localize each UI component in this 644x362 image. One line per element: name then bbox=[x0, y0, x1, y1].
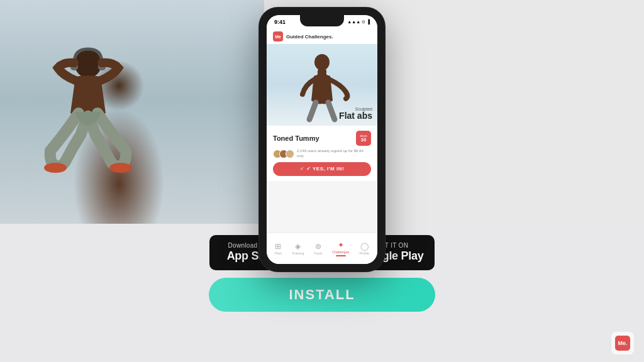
svg-point-4 bbox=[109, 163, 132, 173]
nav-item-challenges[interactable]: ✦ Challenges bbox=[332, 241, 350, 256]
active-indicator bbox=[336, 255, 346, 256]
profile-icon: ◯ bbox=[360, 242, 369, 251]
phone-bottom-nav: ⊞ Plan ◈ Training ⊛ Food ✦ Challenges bbox=[267, 233, 377, 264]
nav-label-food: Food bbox=[314, 251, 322, 255]
background-left bbox=[0, 0, 264, 245]
card-badge: days 30 bbox=[356, 131, 371, 146]
watermark-logo: Me. bbox=[615, 336, 630, 351]
hero-main-text: Flat abs bbox=[339, 111, 372, 121]
challenges-icon: ✦ bbox=[338, 241, 344, 250]
avatar-3 bbox=[286, 150, 294, 158]
training-icon: ◈ bbox=[295, 242, 301, 251]
nav-item-food[interactable]: ⊛ Food bbox=[314, 242, 322, 255]
phone-status-icons: ▲▲▲ ⊙ ▐ bbox=[347, 19, 370, 25]
nav-item-profile[interactable]: ◯ Profile bbox=[359, 242, 369, 255]
nav-label-challenges: Challenges bbox=[332, 250, 350, 254]
checkmark-icon: ✓ bbox=[300, 166, 304, 172]
card-title: Toned Tummy bbox=[273, 134, 319, 142]
svg-point-3 bbox=[44, 163, 67, 173]
food-icon: ⊛ bbox=[315, 242, 321, 251]
card-badge-number: 30 bbox=[361, 138, 367, 143]
card-title-row: Toned Tummy days 30 bbox=[273, 131, 371, 146]
nav-label-plan: Plan bbox=[275, 251, 282, 255]
join-button-label: ✓ YES, I'M IN! bbox=[306, 166, 344, 172]
phone-outer-frame: 9:41 ▲▲▲ ⊙ ▐ Me Guided Challenges. bbox=[259, 8, 385, 272]
nav-item-training[interactable]: ◈ Training bbox=[292, 242, 304, 255]
phone-app-header: Me Guided Challenges. bbox=[267, 29, 377, 44]
nav-label-training: Training bbox=[292, 251, 304, 255]
phone-card: Toned Tummy days 30 2,149 users already … bbox=[267, 126, 377, 181]
avatars-row: 2,149 users already signed up for $9.99 … bbox=[273, 149, 371, 159]
plan-icon: ⊞ bbox=[275, 242, 281, 251]
nav-label-profile: Profile bbox=[359, 251, 369, 255]
phone-screen: 9:41 ▲▲▲ ⊙ ▐ Me Guided Challenges. bbox=[267, 15, 377, 264]
me-logo: Me bbox=[273, 31, 283, 41]
app-title: Guided Challenges. bbox=[286, 34, 333, 40]
join-button[interactable]: ✓ ✓ YES, I'M IN! bbox=[273, 162, 371, 176]
install-button-label: INSTALL bbox=[289, 287, 355, 303]
hero-text-overlay: Sculpted Flat abs bbox=[339, 107, 372, 121]
svg-point-10 bbox=[314, 54, 330, 70]
watermark: Me. bbox=[611, 332, 634, 354]
nav-item-plan[interactable]: ⊞ Plan bbox=[275, 242, 282, 255]
phone-mockup: 9:41 ▲▲▲ ⊙ ▐ Me Guided Challenges. bbox=[259, 8, 385, 272]
install-button[interactable]: INSTALL bbox=[209, 278, 435, 312]
phone-notch bbox=[300, 15, 344, 26]
signup-text: 2,149 users already signed up for $9.99 … bbox=[297, 149, 371, 159]
phone-time: 9:41 bbox=[274, 19, 286, 25]
phone-hero-image: Sculpted Flat abs bbox=[267, 44, 377, 126]
avatar-group bbox=[273, 150, 294, 158]
person-left-figure bbox=[31, 44, 145, 207]
